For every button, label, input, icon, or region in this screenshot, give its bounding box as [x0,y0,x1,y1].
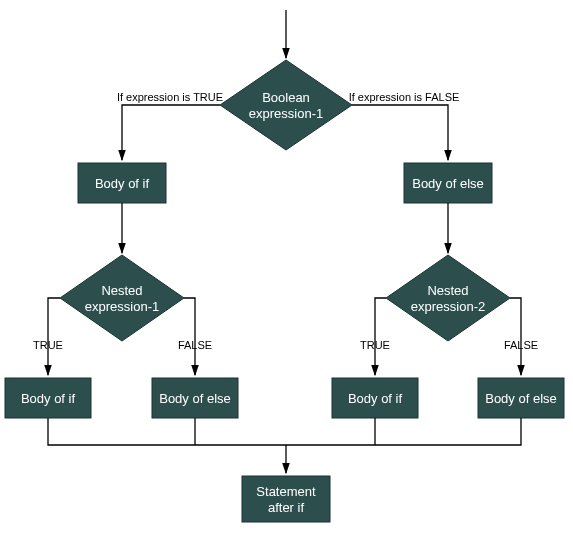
edge-n2-true-label: TRUE [360,339,390,351]
edge-n1-true-label: TRUE [33,339,63,351]
edge-root-true [122,105,220,160]
n2-body-of-if-label: Body of if [348,391,403,406]
statement-after-label-2: after if [268,500,305,515]
edge-n2-false-label: FALSE [504,339,538,351]
body-of-else-label: Body of else [412,176,484,191]
edge-n2-true [375,298,386,375]
merge-n1true [48,418,286,445]
n2-body-of-else-label: Body of else [485,391,557,406]
nested1-label-1: Nested [101,283,142,298]
n1-body-of-else: Body of else [152,378,238,418]
nested2-label-1: Nested [427,283,468,298]
nested-decision-2: Nested expression-2 [386,255,510,341]
edge-n1-false [184,298,195,375]
n2-body-of-else: Body of else [478,378,564,418]
nested-decision-1: Nested expression-1 [60,255,184,341]
edge-root-false [352,105,448,160]
edge-root-true-label: If expression is TRUE [117,91,223,103]
flowchart: Boolean expression-1 If expression is TR… [0,0,573,539]
nested1-label-2: expression-1 [85,299,159,314]
root-decision-label-1: Boolean [262,90,310,105]
edge-root-false-label: If expression is FALSE [349,91,460,103]
edge-n1-true [48,298,60,375]
merge-n2false [286,418,521,445]
statement-after-if: Statement after if [242,476,330,522]
root-decision: Boolean expression-1 [220,60,352,150]
body-of-else: Body of else [404,163,492,203]
body-of-if-label: Body of if [95,176,150,191]
n2-body-of-if: Body of if [332,378,418,418]
edge-n2-false [510,298,521,375]
edge-n1-false-label: FALSE [178,339,212,351]
statement-after-label-1: Statement [256,484,316,499]
n1-body-of-if-label: Body of if [21,391,76,406]
body-of-if: Body of if [78,163,166,203]
nested2-label-2: expression-2 [411,299,485,314]
n1-body-of-if: Body of if [5,378,91,418]
n1-body-of-else-label: Body of else [159,391,231,406]
root-decision-label-2: expression-1 [249,106,323,121]
